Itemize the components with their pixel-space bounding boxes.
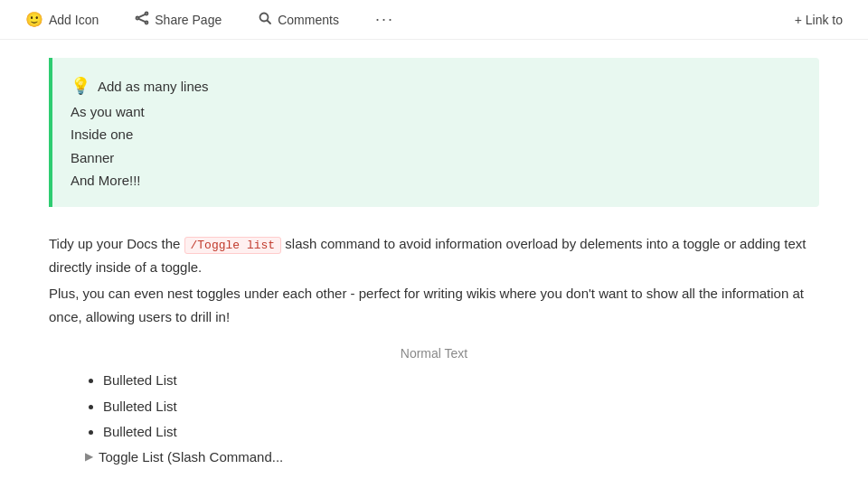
search-icon [258, 11, 272, 29]
toggle-partial-item: ▶ Toggle List (Slash Command... [49, 449, 819, 465]
main-content: 💡 Add as many lines As you want Inside o… [0, 40, 868, 488]
body-paragraph-1: Tidy up your Docs the /Toggle list slash… [49, 232, 819, 279]
list-item: Bulleted List [103, 419, 819, 446]
banner-line-5: And More!!! [71, 169, 801, 192]
banner-line-3: Inside one [71, 123, 801, 146]
list-item: Bulleted List [103, 368, 819, 394]
link-to-button[interactable]: + Link to [788, 9, 850, 31]
toolbar-right: + Link to [788, 9, 850, 31]
toolbar-left: 🙂 Add Icon Share Page [18, 6, 766, 33]
toggle-arrow-icon: ▶ [85, 450, 93, 463]
share-page-button[interactable]: Share Page [127, 7, 229, 33]
normal-text-label: Normal Text [49, 346, 819, 361]
comments-button[interactable]: Comments [250, 7, 346, 33]
list-item: Bulleted List [103, 394, 819, 420]
bulleted-list: Bulleted List Bulleted List Bulleted Lis… [49, 368, 819, 446]
share-page-label: Share Page [155, 13, 222, 27]
body-text-2: Plus, you can even nest toggles under ea… [49, 286, 804, 324]
comments-label: Comments [278, 13, 339, 27]
body-text-before-code: Tidy up your Docs the [49, 236, 184, 251]
add-icon-button[interactable]: 🙂 Add Icon [18, 7, 106, 32]
banner-line-1: 💡 Add as many lines [71, 72, 801, 100]
banner-line-4: Banner [71, 146, 801, 170]
toggle-partial-label: Toggle List (Slash Command... [99, 449, 283, 465]
banner-block: 💡 Add as many lines As you want Inside o… [49, 58, 819, 207]
link-to-label: + Link to [795, 13, 843, 27]
banner-line-2: As you want [71, 100, 801, 124]
more-options-label: ··· [375, 10, 394, 28]
share-icon [135, 11, 149, 29]
inline-code-toggle: /Toggle list [184, 237, 282, 254]
svg-line-4 [139, 18, 146, 21]
smiley-icon: 🙂 [25, 11, 43, 28]
svg-line-3 [139, 14, 146, 16]
more-options-button[interactable]: ··· [368, 6, 401, 33]
bulb-icon: 💡 [71, 72, 90, 100]
body-paragraph-2: Plus, you can even nest toggles under ea… [49, 282, 819, 328]
add-icon-label: Add Icon [49, 13, 99, 27]
toolbar: 🙂 Add Icon Share Page [0, 0, 868, 40]
svg-line-6 [268, 20, 271, 23]
